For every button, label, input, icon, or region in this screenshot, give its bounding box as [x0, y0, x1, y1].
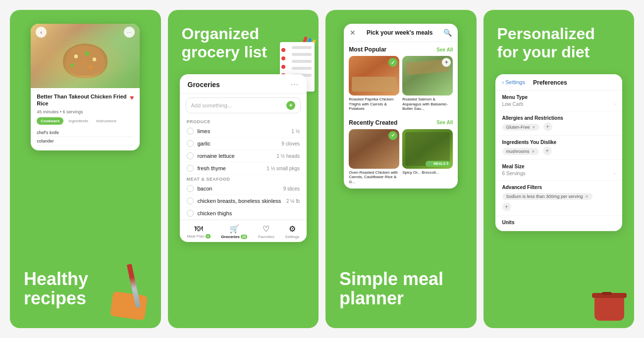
decorative-kitchen — [107, 269, 151, 318]
recipe-title-row: Better Than Takeout Chicken Fried Rice ♥ — [37, 93, 134, 107]
heart-icon[interactable]: ♥ — [130, 93, 134, 102]
meal-thumb-oven-chicken: ✓ — [349, 129, 399, 169]
tag-remove-gluten-free[interactable]: ✕ — [532, 125, 536, 130]
recently-created-grid: ✓ Oven Roasted Chicken with Carrots, Cau… — [349, 129, 453, 185]
tab-instructions[interactable]: Instructions — [93, 117, 119, 125]
pref-add-filter-row: + — [502, 202, 616, 211]
meal-label-oven-chicken: Oven Roasted Chicken with Carrots, Cauli… — [349, 170, 399, 185]
tab-cookware[interactable]: Cookware — [37, 117, 63, 125]
meal-label-salmon: Roasted Salmon & Asparagus with Balsamic… — [402, 97, 453, 111]
nav-back-button[interactable]: ‹ — [36, 27, 47, 38]
panel-personalized-diet: Personalizedfor your diet ‹ Settings Pre… — [483, 10, 635, 328]
recently-created-section: Recently Created See All ✓ Oven Roasted … — [344, 115, 458, 189]
most-popular-grid: ✓ Roasted Paprika Chicken Thighs with Ca… — [349, 56, 453, 111]
nav-dots-button[interactable]: ··· — [124, 27, 135, 38]
meal-item-oven-chicken[interactable]: ✓ Oven Roasted Chicken with Carrots, Cau… — [349, 129, 399, 185]
panel-grocery-list: Organizedgrocery list — [168, 10, 319, 328]
meal-plan-badge: 4 — [206, 234, 211, 239]
pot-decoration — [592, 286, 627, 321]
grocery-dots[interactable]: ··· — [291, 80, 299, 89]
close-icon[interactable]: ✕ — [350, 29, 356, 37]
meal-thumb-salmon: + — [402, 56, 453, 96]
grocery-section-meat: MEAT & SEAFOOD — [180, 175, 307, 183]
panel3-bottom-text: Simple mealplanner — [339, 269, 443, 308]
groceries-label: Groceries25 — [221, 235, 247, 239]
nav-settings[interactable]: ⚙ Settings — [285, 224, 299, 239]
pref-tag-mushrooms: mushrooms ✕ — [502, 148, 539, 155]
pref-add-dislike-button[interactable]: + — [543, 146, 552, 155]
tab-ingredients[interactable]: Ingredients — [65, 117, 91, 125]
meal-label-paprika: Roasted Paprika Chicken Thighs with Carr… — [349, 97, 399, 111]
recipe-food-image: ‹ ··· — [31, 24, 140, 88]
panel-healthy-recipes: ‹ ··· Better Than Takeout Chicken Fried … — [10, 10, 161, 328]
meal-thumb-paprika: ✓ — [349, 56, 399, 96]
nav-favorites[interactable]: ♡ Favorites — [258, 224, 274, 239]
recently-created-title: Recently Created — [349, 119, 397, 126]
panel1-bottom-text: Healthyrecipes — [24, 269, 88, 308]
grocery-checkbox-chicken-thighs[interactable] — [187, 210, 194, 217]
pref-meal-size-text: 6 Servings — [502, 171, 526, 176]
grocery-checkbox-garlic[interactable] — [187, 140, 194, 147]
meal-item-salmon[interactable]: + Roasted Salmon & Asparagus with Balsam… — [402, 56, 453, 111]
grocery-checkbox-chicken-breasts[interactable] — [187, 197, 194, 204]
grocery-card-header: Groceries ··· — [180, 74, 307, 94]
grocery-section-produce: PRODUCE — [180, 117, 307, 125]
panel4-headline-container: Personalizedfor your diet — [497, 25, 595, 61]
pref-meal-size-label: Meal Size — [502, 164, 616, 169]
nav-groceries[interactable]: 🛒 Groceries25 — [221, 224, 247, 239]
pref-meal-size-value[interactable]: 6 Servings › — [502, 171, 616, 176]
favorites-label: Favorites — [258, 235, 274, 239]
grocery-checkbox-thyme[interactable] — [187, 165, 194, 172]
recipe-item-2: colander — [37, 137, 134, 145]
meal-plus-salmon[interactable]: + — [442, 58, 451, 67]
recently-created-see-all[interactable]: See All — [436, 120, 453, 125]
meal-item-paprika-chicken[interactable]: ✓ Roasted Paprika Chicken Thighs with Ca… — [349, 56, 399, 111]
pref-advanced-filters-label: Advanced Filters — [502, 185, 616, 190]
preferences-card: ‹ Settings Preferences Menu Type Low Car… — [495, 74, 623, 231]
most-popular-see-all[interactable]: See All — [436, 47, 453, 52]
tag-remove-mushrooms[interactable]: ✕ — [532, 149, 535, 154]
favorites-icon: ♡ — [263, 224, 269, 234]
meal-thumb-spicy: 🛒MEALS 5 — [402, 129, 453, 169]
pref-tag-gluten-free: Gluten-Free ✕ — [502, 124, 539, 131]
settings-back-button[interactable]: ‹ Settings — [502, 79, 525, 86]
grocery-card: Groceries ··· Add something... + PRODUCE… — [180, 74, 307, 242]
panel4-headline: Personalizedfor your diet — [497, 25, 595, 61]
tag-remove-sodium[interactable]: ✕ — [585, 194, 589, 199]
pot-body — [594, 296, 624, 321]
pref-allergies-tags: Gluten-Free ✕ + — [502, 122, 616, 131]
pref-advanced-filter-tags: Sodium is less than 300mg per serving ✕ — [502, 192, 616, 200]
pref-add-allergy-button[interactable]: + — [543, 122, 552, 131]
grocery-item-limes: limes 1 ½ — [180, 125, 307, 138]
grocery-add-button[interactable]: + — [286, 101, 295, 110]
preferences-header: ‹ Settings Preferences — [495, 74, 623, 91]
pref-tag-sodium: Sodium is less than 300mg per serving ✕ — [502, 193, 592, 200]
meal-picker-header: ✕ Pick your week's meals 🔍 — [344, 24, 458, 42]
panel-meal-planner: ✕ Pick your week's meals 🔍 Most Popular … — [325, 10, 477, 328]
meal-check-paprika: ✓ — [388, 58, 397, 67]
pref-menu-type-value[interactable]: Low Carb › — [502, 101, 616, 107]
chevron-right-icon-2: › — [614, 171, 615, 176]
pref-row-units: Units — [495, 216, 623, 231]
pref-add-filter-button[interactable]: + — [502, 202, 511, 211]
meal-plan-icon: 🍽 — [195, 224, 203, 233]
search-icon[interactable]: 🔍 — [443, 29, 452, 37]
recently-created-header: Recently Created See All — [349, 119, 453, 126]
grocery-checkbox-romaine[interactable] — [187, 152, 194, 159]
grocery-checkbox-limes[interactable] — [187, 128, 194, 135]
meal-item-spicy[interactable]: 🛒MEALS 5 Spicy Or... Broccoli... — [402, 129, 453, 185]
groceries-icon: 🛒 — [229, 224, 239, 234]
most-popular-header: Most Popular See All — [349, 46, 453, 53]
grocery-checkbox-bacon[interactable] — [187, 185, 194, 192]
recipe-meta: 45 minutes • 6 servings — [37, 109, 134, 114]
panel3-headline: Simple mealplanner — [339, 269, 443, 308]
most-popular-section: Most Popular See All ✓ Roasted Paprika C… — [344, 42, 458, 115]
pref-units-label: Units — [502, 220, 616, 225]
meal-label-spicy: Spicy Or... Broccoli... — [402, 170, 453, 175]
grocery-card-title: Groceries — [188, 81, 220, 89]
grocery-add-placeholder: Add something... — [191, 102, 287, 108]
grocery-add-row[interactable]: Add something... + — [186, 97, 301, 113]
preferences-title: Preferences — [533, 79, 567, 86]
nav-meal-plan[interactable]: 🍽 Meal Plan4 — [187, 224, 210, 239]
recipe-title-text: Better Than Takeout Chicken Fried Rice — [37, 93, 128, 107]
